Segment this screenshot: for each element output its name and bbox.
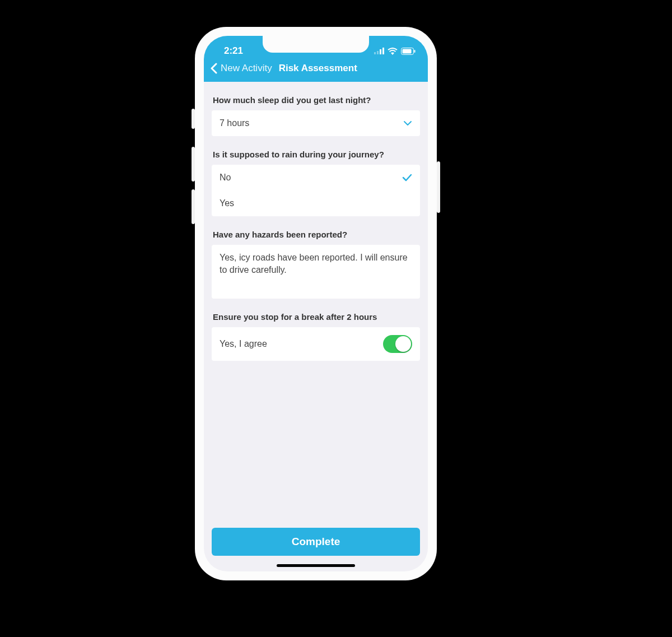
rain-question-label: Is it supposed to rain during your journ… <box>213 150 419 159</box>
check-icon <box>402 174 412 182</box>
power-button <box>437 161 440 213</box>
status-time: 2:21 <box>224 45 243 57</box>
phone-frame: 2:21 <box>195 27 437 580</box>
break-agree-row: Yes, I agree <box>212 327 420 361</box>
page-title: Risk Assessment <box>279 63 357 74</box>
svg-rect-3 <box>382 48 384 54</box>
rain-option-yes[interactable]: Yes <box>212 190 420 216</box>
chevron-down-icon <box>403 120 412 126</box>
form-content: How much sleep did you get last night? 7… <box>204 82 428 520</box>
toggle-knob <box>395 336 411 352</box>
complete-button[interactable]: Complete <box>212 528 420 556</box>
silence-switch <box>192 109 195 129</box>
battery-icon <box>401 48 416 55</box>
screen: 2:21 <box>204 36 428 571</box>
hazards-text: Yes, icy roads have been reported. I wil… <box>220 253 408 275</box>
notch <box>263 36 369 53</box>
home-indicator <box>277 564 355 567</box>
rain-option-no[interactable]: No <box>212 165 420 190</box>
back-chevron-icon[interactable] <box>209 63 217 74</box>
sleep-select[interactable]: 7 hours <box>212 110 420 136</box>
volume-down-button <box>192 189 195 224</box>
break-question-label: Ensure you stop for a break after 2 hour… <box>213 312 419 322</box>
rain-option-list: No Yes <box>212 165 420 216</box>
rain-option-yes-label: Yes <box>220 198 234 208</box>
svg-rect-2 <box>380 49 381 54</box>
svg-rect-0 <box>374 52 376 54</box>
hazards-question-label: Have any hazards been reported? <box>213 230 419 239</box>
sleep-question-label: How much sleep did you get last night? <box>213 95 419 105</box>
break-toggle[interactable] <box>383 335 412 353</box>
svg-rect-1 <box>377 51 379 54</box>
cellular-icon <box>374 48 384 54</box>
svg-rect-5 <box>403 49 412 53</box>
hazards-textarea[interactable]: Yes, icy roads have been reported. I wil… <box>212 245 420 299</box>
sleep-select-value: 7 hours <box>220 118 249 128</box>
wifi-icon <box>388 48 398 55</box>
back-button[interactable]: New Activity <box>221 63 272 74</box>
svg-rect-6 <box>414 50 416 53</box>
volume-up-button <box>192 147 195 182</box>
complete-button-label: Complete <box>292 536 340 547</box>
status-icons <box>374 48 416 55</box>
break-agree-text: Yes, I agree <box>220 339 267 349</box>
rain-option-no-label: No <box>220 173 231 183</box>
nav-bar: New Activity Risk Assessment <box>204 58 428 82</box>
